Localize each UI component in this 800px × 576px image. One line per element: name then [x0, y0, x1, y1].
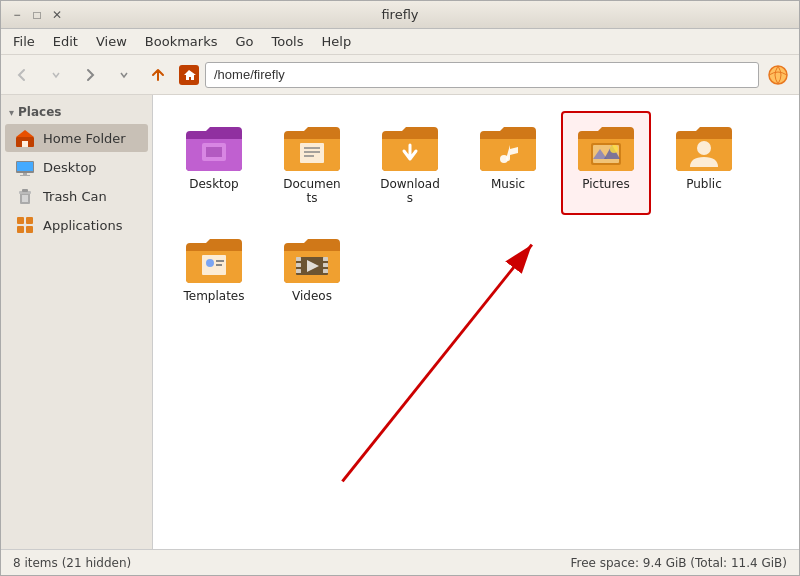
status-left: 8 items (21 hidden) — [13, 556, 131, 570]
sidebar-item-desktop[interactable]: Desktop — [5, 153, 148, 181]
file-grid: Desktop Documents — [169, 111, 783, 313]
sidebar-item-home[interactable]: Home Folder — [5, 124, 148, 152]
svg-point-27 — [697, 141, 711, 155]
svg-rect-15 — [17, 226, 24, 233]
svg-rect-14 — [26, 217, 33, 224]
up-button[interactable] — [143, 60, 173, 90]
sidebar: ▾ Places Home Folder Desktop — [1, 95, 153, 549]
menu-tools[interactable]: Tools — [263, 32, 311, 51]
svg-point-0 — [769, 66, 787, 84]
folder-documents-icon — [282, 121, 342, 173]
menu-help[interactable]: Help — [314, 32, 360, 51]
svg-rect-35 — [296, 269, 301, 273]
file-label-public: Public — [686, 177, 722, 191]
places-header: ▾ Places — [1, 101, 152, 123]
address-bar[interactable] — [205, 62, 759, 88]
svg-rect-18 — [206, 147, 222, 157]
svg-rect-5 — [23, 173, 27, 175]
folder-music-icon — [478, 121, 538, 173]
file-item-videos[interactable]: Videos — [267, 223, 357, 313]
svg-rect-2 — [22, 141, 28, 147]
home-icon — [15, 128, 35, 148]
file-label-music: Music — [491, 177, 525, 191]
minimize-button[interactable]: − — [9, 7, 25, 23]
main-area: ▾ Places Home Folder Desktop — [1, 95, 799, 549]
menu-view[interactable]: View — [88, 32, 135, 51]
title-bar: − □ ✕ firefly — [1, 1, 799, 29]
forward-button[interactable] — [75, 60, 105, 90]
folder-pictures-icon — [576, 121, 636, 173]
svg-rect-6 — [20, 175, 30, 176]
svg-rect-37 — [323, 263, 328, 267]
back-dropdown[interactable] — [41, 60, 71, 90]
back-button[interactable] — [7, 60, 37, 90]
network-button[interactable] — [763, 60, 793, 90]
desktop-icon — [15, 157, 35, 177]
status-bar: 8 items (21 hidden) Free space: 9.4 GiB … — [1, 549, 799, 575]
file-area: Desktop Documents — [153, 95, 799, 549]
file-label-pictures: Pictures — [582, 177, 630, 191]
svg-point-26 — [610, 145, 618, 153]
file-item-music[interactable]: Music — [463, 111, 553, 215]
close-button[interactable]: ✕ — [49, 7, 65, 23]
toolbar — [1, 55, 799, 95]
status-right: Free space: 9.4 GiB (Total: 11.4 GiB) — [570, 556, 787, 570]
maximize-button[interactable]: □ — [29, 7, 45, 23]
svg-rect-16 — [26, 226, 33, 233]
file-label-downloads: Downloads — [380, 177, 440, 205]
svg-rect-36 — [323, 257, 328, 261]
folder-public-icon — [674, 121, 734, 173]
folder-downloads-icon — [380, 121, 440, 173]
sidebar-item-applications[interactable]: Applications — [5, 211, 148, 239]
menu-file[interactable]: File — [5, 32, 43, 51]
window-title: firefly — [69, 7, 731, 22]
file-label-desktop: Desktop — [189, 177, 239, 191]
file-item-public[interactable]: Public — [659, 111, 749, 215]
folder-videos-icon — [282, 233, 342, 285]
places-arrow: ▾ — [9, 107, 14, 118]
file-label-templates: Templates — [183, 289, 244, 303]
svg-rect-38 — [323, 269, 328, 273]
home-folder-icon — [179, 65, 199, 85]
svg-rect-34 — [296, 263, 301, 267]
svg-point-23 — [500, 155, 508, 163]
trash-icon — [15, 186, 35, 206]
file-item-documents[interactable]: Documents — [267, 111, 357, 215]
svg-rect-13 — [17, 217, 24, 224]
folder-desktop-icon — [184, 121, 244, 173]
file-label-documents: Documents — [283, 177, 340, 205]
menu-go[interactable]: Go — [227, 32, 261, 51]
svg-rect-28 — [202, 255, 226, 275]
file-item-pictures[interactable]: Pictures — [561, 111, 651, 215]
file-item-downloads[interactable]: Downloads — [365, 111, 455, 215]
svg-rect-9 — [22, 189, 28, 192]
svg-rect-4 — [17, 162, 33, 171]
svg-rect-33 — [296, 257, 301, 261]
file-item-desktop[interactable]: Desktop — [169, 111, 259, 215]
svg-rect-19 — [300, 143, 324, 163]
applications-icon — [15, 215, 35, 235]
menu-bar: File Edit View Bookmarks Go Tools Help — [1, 29, 799, 55]
svg-rect-31 — [216, 264, 222, 266]
menu-bookmarks[interactable]: Bookmarks — [137, 32, 226, 51]
svg-rect-30 — [216, 260, 224, 262]
svg-point-29 — [206, 259, 214, 267]
sidebar-item-trash[interactable]: Trash Can — [5, 182, 148, 210]
forward-dropdown[interactable] — [109, 60, 139, 90]
file-label-videos: Videos — [292, 289, 332, 303]
menu-edit[interactable]: Edit — [45, 32, 86, 51]
folder-templates-icon — [184, 233, 244, 285]
file-item-templates[interactable]: Templates — [169, 223, 259, 313]
